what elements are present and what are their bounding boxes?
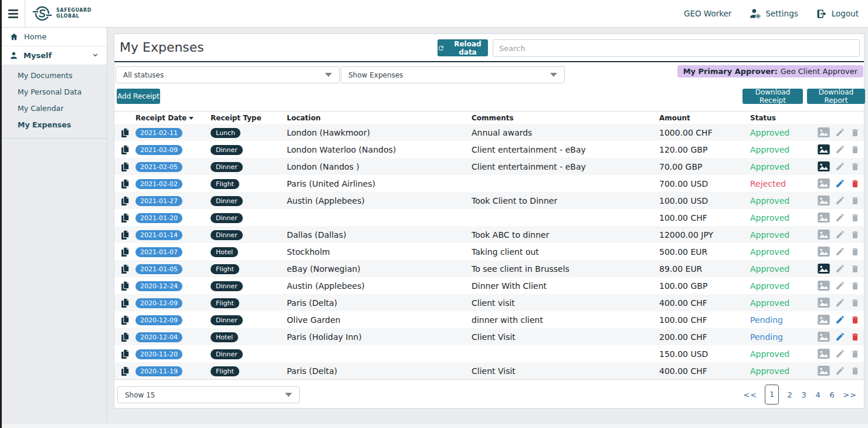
pagination-page-button[interactable]: 3 bbox=[801, 390, 807, 399]
sidebar-item-home[interactable]: Home bbox=[2, 28, 107, 46]
edit-icon[interactable] bbox=[835, 366, 845, 376]
image-icon[interactable] bbox=[818, 298, 830, 308]
receipt-date-pill[interactable]: 2021-01-07 bbox=[135, 247, 182, 257]
table-row[interactable]: 2020-11-20 Dinner 150.00 USD Approved bbox=[114, 345, 864, 362]
receipt-date-pill[interactable]: 2020-12-04 bbox=[135, 332, 182, 342]
image-icon[interactable] bbox=[818, 366, 830, 376]
delete-icon[interactable] bbox=[850, 281, 860, 291]
edit-icon[interactable] bbox=[835, 298, 845, 308]
logout-button[interactable]: Logout bbox=[816, 8, 859, 19]
receipt-date-pill[interactable]: 2021-01-05 bbox=[135, 264, 182, 274]
image-icon[interactable] bbox=[818, 196, 830, 205]
delete-icon[interactable] bbox=[850, 144, 860, 155]
download-receipt-button[interactable]: Download Receipt bbox=[742, 89, 803, 104]
image-icon[interactable] bbox=[818, 144, 830, 154]
edit-icon[interactable] bbox=[835, 315, 845, 325]
edit-icon[interactable] bbox=[835, 332, 845, 342]
search-input[interactable] bbox=[493, 39, 860, 57]
edit-icon[interactable] bbox=[835, 144, 845, 154]
table-row[interactable]: 2021-01-07 Hotel Stockholm Taking client… bbox=[114, 243, 864, 260]
receipt-date-pill[interactable]: 2020-12-09 bbox=[135, 298, 182, 308]
sidebar-submenu-item[interactable]: My Documents bbox=[2, 68, 107, 84]
pagination-page-button[interactable]: 1 bbox=[765, 385, 779, 405]
header-receipt-date[interactable]: Receipt Date bbox=[135, 114, 211, 122]
edit-icon[interactable] bbox=[835, 264, 845, 274]
receipt-date-pill[interactable]: 2021-01-20 bbox=[135, 213, 182, 223]
pagination-next-button[interactable]: >> bbox=[843, 390, 857, 399]
table-row[interactable]: 2020-12-04 Hotel Paris (Holiday Inn) Cli… bbox=[114, 328, 864, 345]
delete-icon[interactable] bbox=[850, 127, 860, 138]
delete-icon[interactable] bbox=[850, 178, 860, 189]
image-icon[interactable] bbox=[818, 315, 830, 325]
image-icon[interactable] bbox=[818, 281, 830, 291]
table-row[interactable]: 2021-01-20 Dinner 100.00 CHF Approved bbox=[114, 209, 864, 226]
header-status[interactable]: Status bbox=[750, 114, 818, 122]
delete-icon[interactable] bbox=[850, 349, 860, 359]
table-row[interactable]: 2021-01-05 Flight eBay (Norwegian) To se… bbox=[114, 260, 864, 277]
header-amount[interactable]: Amount bbox=[659, 114, 750, 122]
edit-icon[interactable] bbox=[835, 281, 845, 291]
image-icon[interactable] bbox=[818, 213, 830, 223]
status-filter-select[interactable]: All statuses bbox=[116, 66, 340, 83]
table-row[interactable]: 2021-01-14 Dinner Dallas (Dallas) Took A… bbox=[114, 226, 864, 243]
receipt-date-pill[interactable]: 2021-02-05 bbox=[135, 162, 182, 172]
delete-icon[interactable] bbox=[850, 298, 860, 308]
delete-icon[interactable] bbox=[850, 264, 860, 274]
image-icon[interactable] bbox=[818, 127, 830, 137]
copy-receipt-icon[interactable] bbox=[120, 263, 135, 275]
delete-icon[interactable] bbox=[850, 366, 860, 376]
copy-receipt-icon[interactable] bbox=[120, 127, 135, 139]
copy-receipt-icon[interactable] bbox=[120, 297, 135, 309]
page-size-select[interactable]: Show 15 bbox=[117, 386, 300, 403]
receipt-date-pill[interactable]: 2020-12-24 bbox=[135, 281, 182, 291]
header-comments[interactable]: Comments bbox=[472, 114, 659, 122]
copy-receipt-icon[interactable] bbox=[120, 348, 135, 360]
copy-receipt-icon[interactable] bbox=[120, 331, 135, 343]
edit-icon[interactable] bbox=[835, 349, 845, 359]
receipt-date-pill[interactable]: 2020-11-19 bbox=[135, 366, 182, 376]
sidebar-submenu-item[interactable]: My Personal Data bbox=[2, 84, 107, 100]
sidebar-submenu-item[interactable]: My Calendar bbox=[2, 100, 107, 117]
header-receipt-type[interactable]: Receipt Type bbox=[211, 114, 287, 122]
copy-receipt-icon[interactable] bbox=[120, 280, 135, 292]
copy-receipt-icon[interactable] bbox=[120, 195, 135, 207]
copy-receipt-icon[interactable] bbox=[120, 212, 135, 224]
edit-icon[interactable] bbox=[835, 247, 845, 257]
copy-receipt-icon[interactable] bbox=[120, 365, 135, 377]
reload-data-button[interactable]: Reload data bbox=[438, 39, 488, 56]
delete-icon[interactable] bbox=[850, 230, 860, 240]
table-row[interactable]: 2020-12-09 Flight Paris (Delta) Client v… bbox=[114, 294, 864, 311]
receipt-date-pill[interactable]: 2020-11-20 bbox=[135, 349, 182, 359]
edit-icon[interactable] bbox=[835, 161, 845, 171]
hamburger-menu-icon[interactable] bbox=[2, 0, 25, 28]
table-row[interactable]: 2020-12-24 Dinner Austin (Applebees) Din… bbox=[114, 277, 864, 294]
expense-filter-select[interactable]: Show Expenses bbox=[341, 66, 565, 83]
edit-icon[interactable] bbox=[835, 127, 845, 137]
receipt-date-pill[interactable]: 2021-01-14 bbox=[135, 230, 182, 240]
delete-icon[interactable] bbox=[850, 315, 860, 325]
receipt-date-pill[interactable]: 2021-01-27 bbox=[135, 196, 182, 206]
delete-icon[interactable] bbox=[850, 196, 860, 206]
pagination-prev-button[interactable]: << bbox=[743, 390, 757, 399]
delete-icon[interactable] bbox=[850, 247, 860, 257]
table-row[interactable]: 2020-11-19 Flight Paris (Delta) Client V… bbox=[114, 362, 864, 379]
download-report-button[interactable]: Download Report bbox=[807, 89, 865, 104]
copy-receipt-icon[interactable] bbox=[120, 144, 135, 156]
receipt-date-pill[interactable]: 2021-02-09 bbox=[135, 145, 182, 155]
sidebar-submenu-item[interactable]: My Expenses bbox=[2, 117, 107, 133]
image-icon[interactable] bbox=[818, 230, 830, 240]
table-row[interactable]: 2020-12-09 Dinner Olive Garden dinner wi… bbox=[114, 311, 864, 328]
image-icon[interactable] bbox=[818, 332, 830, 342]
edit-icon[interactable] bbox=[835, 196, 845, 205]
settings-button[interactable]: Settings bbox=[749, 8, 798, 19]
copy-receipt-icon[interactable] bbox=[120, 314, 135, 326]
image-icon[interactable] bbox=[818, 161, 830, 171]
copy-receipt-icon[interactable] bbox=[120, 161, 135, 173]
copy-receipt-icon[interactable] bbox=[120, 178, 135, 190]
receipt-date-pill[interactable]: 2020-12-09 bbox=[135, 315, 182, 325]
image-icon[interactable] bbox=[818, 247, 830, 257]
image-icon[interactable] bbox=[818, 178, 830, 188]
receipt-date-pill[interactable]: 2021-02-11 bbox=[135, 128, 182, 138]
pagination-page-button[interactable]: 2 bbox=[786, 390, 793, 399]
image-icon[interactable] bbox=[818, 349, 830, 359]
